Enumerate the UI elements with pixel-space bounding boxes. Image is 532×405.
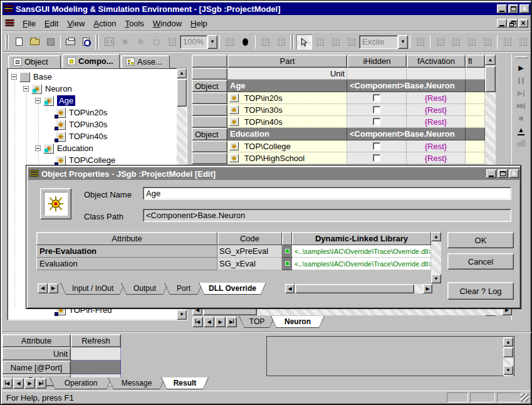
ihidden-checkbox[interactable] [373,94,380,102]
toolbar-gripper[interactable] [95,34,100,50]
row-label-name-port[interactable]: Name [@Port] [2,360,71,374]
ihidden-checkbox[interactable] [373,118,380,125]
menu-action[interactable]: Action [89,17,120,30]
column-header-attribute[interactable]: Attribute [36,232,217,245]
output-first-button[interactable]: ◀ [2,378,13,389]
fast-forward-button[interactable]: ▶▶ [513,100,529,112]
extra-cell[interactable] [466,152,485,164]
unit-row-label[interactable]: Unit [227,68,347,80]
tab-operation[interactable]: Operation [50,377,112,389]
collapse-icon[interactable] [35,98,41,103]
indicator-cell[interactable] [282,258,292,270]
menu-help[interactable]: Help [186,17,212,30]
pause-button[interactable] [513,75,529,87]
part-cell[interactable]: TOP\in20s [227,92,347,104]
space-across-button[interactable] [464,34,479,50]
part-cell[interactable]: TOP\in30s [227,104,347,116]
ihidden-cell[interactable] [347,152,407,164]
ihidden-checkbox[interactable] [373,106,380,113]
refresh-cell-unit[interactable] [71,347,121,360]
unit-cell[interactable] [466,68,485,80]
export-results-button[interactable] [513,137,529,149]
tree-item-neuron[interactable]: Neuron [8,83,187,95]
dialog-close-button[interactable]: × [509,169,519,178]
frame-view-button[interactable] [515,34,531,50]
zoom-in-button[interactable]: ⊕ [117,34,133,50]
grid-toggle-button[interactable] [258,34,273,50]
part-cell[interactable]: TOP\in40s [227,116,347,128]
tree-scroll-up-button[interactable]: ▲ [177,68,187,78]
group-class-path[interactable]: <Component>Base.Neuron [347,128,466,140]
column-header-ihidden[interactable]: iHidden [347,55,407,68]
ihidden-cell[interactable] [347,140,407,152]
indicator-cell[interactable] [282,245,292,258]
unit-cell[interactable] [407,68,466,80]
save-button[interactable] [43,34,58,50]
shape-button[interactable] [237,34,253,50]
mdi-minimize-button[interactable] [497,19,507,28]
assembly-button[interactable] [412,34,428,50]
tab-message[interactable]: Message [108,377,165,389]
code-cell[interactable]: SG_xEval [217,258,282,270]
row-header-cell[interactable] [192,92,227,104]
table-view-button[interactable] [499,34,515,50]
dialog-scroll-right-button[interactable]: ▶ [423,284,432,293]
grid-scroll-thumb[interactable] [485,66,496,92]
snap-toggle-button[interactable] [273,34,289,50]
sheet-prev-button[interactable]: ◀ [204,317,214,327]
column-header-part[interactable]: Part [227,55,347,68]
resize-grip[interactable] [521,394,529,402]
tab-assembly[interactable]: Asse... [121,55,170,68]
print-preview-button[interactable] [78,34,94,50]
shade-view-button[interactable] [164,34,180,50]
sheet-first-button[interactable]: ◀ [192,317,203,327]
extra-cell[interactable] [466,116,485,128]
select-tool-button[interactable] [296,34,312,50]
toolbar-gripper[interactable] [5,34,10,50]
menu-window[interactable]: Window [149,17,186,30]
tree-item-in20s[interactable]: TOP\in20s [8,107,187,118]
part-cell[interactable]: TOP\College [227,140,347,152]
group-extra-cell[interactable] [466,80,485,92]
dialog-scroll-down-button[interactable]: ▼ [431,274,441,283]
part-cell[interactable]: TOP\HighSchool [227,152,347,164]
output-prev-button[interactable]: ◀ [13,378,24,389]
dll-cell[interactable]: <..\samples\IAC\Override\Trace\Override.… [292,258,431,270]
row-header-cell[interactable] [192,68,227,80]
tree-scroll-thumb[interactable] [177,79,187,107]
refresh-cell-name-selected[interactable] [71,360,121,374]
column-header-code[interactable]: Code [217,232,282,245]
extra-cell[interactable] [466,140,485,152]
eject-button[interactable]: ▲ [513,125,529,137]
create-node-button[interactable] [312,34,328,50]
tab-input-inout[interactable]: Input / InOut [60,283,125,295]
stop-button[interactable]: ■ [513,112,529,124]
column-header-indicator[interactable] [282,232,292,245]
tree-item-in30s[interactable]: TOP\in30s [8,118,187,130]
group-name[interactable]: Age [227,80,347,92]
attribute-cell[interactable]: Pre-Evaluation [36,245,217,258]
output-last-button[interactable]: ▶ [36,378,46,389]
collapse-icon[interactable] [11,74,17,80]
factivation-cell[interactable]: {Rest} [407,92,466,104]
ihidden-checkbox[interactable] [373,142,380,150]
row-header-cell[interactable] [192,116,227,128]
print-button[interactable] [63,34,78,50]
tab-output[interactable]: Output [121,283,169,295]
run-button[interactable]: ▶ [513,62,529,74]
collapse-icon[interactable] [35,145,41,151]
create-link-button[interactable] [328,34,343,50]
menu-view[interactable]: View [63,17,89,30]
dialog-scroll-up-button[interactable]: ▲ [431,232,441,241]
dialog-hscroll-thumb[interactable] [295,284,414,293]
unit-cell[interactable] [347,68,407,80]
actual-size-button[interactable]: 1:1 [102,34,117,50]
collapse-icon[interactable] [23,86,29,92]
column-header-refresh[interactable]: Refresh [71,334,121,347]
mdi-close-button[interactable]: × [518,19,528,28]
cancel-button[interactable]: Cancel [447,253,514,270]
attribute-cell[interactable]: Evaluation [36,258,217,270]
mode-combo[interactable]: Excite ▼ [359,35,408,49]
row-header-cell[interactable] [192,104,227,116]
column-header-factivation[interactable]: fActivation [407,55,466,68]
